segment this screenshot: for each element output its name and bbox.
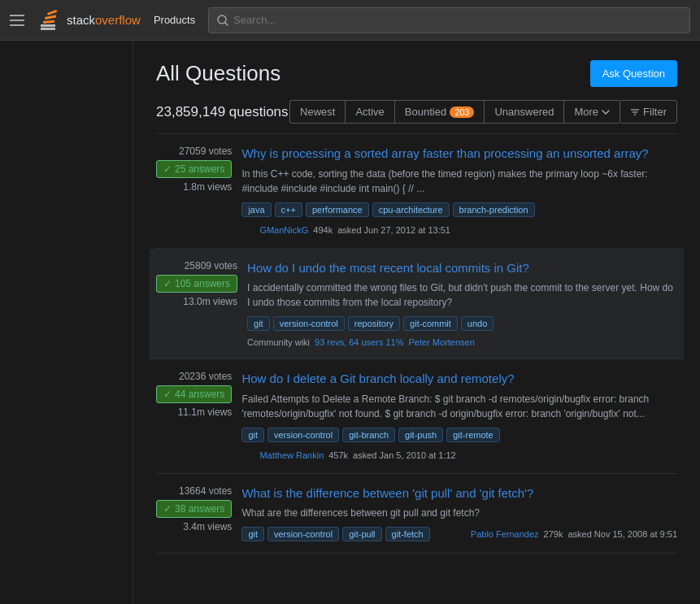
question-meta: Matthew Rankin 457k asked Jan 5, 2010 at… — [241, 449, 455, 462]
svg-rect-0 — [41, 24, 55, 27]
tag[interactable]: git-push — [398, 428, 443, 442]
user-rep: 279k — [544, 529, 563, 539]
tag[interactable]: version-control — [273, 316, 345, 331]
question-title[interactable]: Why is processing a sorted array faster … — [241, 146, 677, 162]
answer-count: ✓ 44 answers — [156, 385, 232, 403]
filter-tabs: Newest Active Bountied 203 Unanswered Mo… — [289, 100, 677, 124]
question-stats: 25809 votes ✓ 105 answers 13.0m views — [156, 260, 237, 348]
question-stats: 13664 votes ✓ 38 answers 3.4m views — [156, 485, 232, 542]
view-count: 1.8m views — [183, 181, 232, 193]
vote-count: 25809 votes — [185, 260, 237, 272]
user-link[interactable]: Matthew Rankin — [259, 450, 324, 460]
tag[interactable]: version-control — [267, 428, 339, 442]
search-bar[interactable] — [208, 7, 690, 33]
chevron-down-icon — [602, 110, 610, 115]
community-wiki-label: Community wiki — [247, 337, 310, 347]
tag[interactable]: git-remote — [446, 428, 500, 442]
tags-list: gitversion-controlgit-branchgit-pushgit-… — [241, 428, 499, 442]
main-container: All Questions Ask Question 23,859,149 qu… — [0, 41, 700, 604]
vote-count: 20236 votes — [179, 371, 232, 382]
tags-and-meta: gitversion-controlrepositorygit-commitun… — [247, 316, 677, 347]
tag[interactable]: java — [241, 202, 271, 217]
questions-count: 23,859,149 questions — [156, 104, 289, 120]
wiki-revs-link[interactable]: 93 revs, 64 users 11% — [315, 337, 403, 347]
filter-icon — [630, 107, 640, 117]
questions-list: 27059 votes ✓ 25 answers 1.8m views Why … — [156, 134, 677, 554]
svg-rect-2 — [43, 20, 54, 23]
tab-unanswered[interactable]: Unanswered — [484, 100, 563, 124]
tag[interactable]: performance — [306, 202, 369, 217]
tags-list: gitversion-controlrepositorygit-commitun… — [247, 316, 493, 331]
asked-date: asked Jan 5, 2010 at 1:12 — [353, 450, 456, 460]
question-item: 13664 votes ✓ 38 answers 3.4m views What… — [156, 474, 677, 554]
search-input[interactable] — [233, 14, 681, 26]
tab-bountied[interactable]: Bountied 203 — [394, 100, 485, 124]
question-excerpt: What are the differences between git pul… — [241, 506, 677, 520]
vote-count: 27059 votes — [179, 146, 232, 157]
logo-text: stackoverflow — [67, 13, 141, 27]
content-area: All Questions Ask Question 23,859,149 qu… — [133, 41, 700, 604]
tag[interactable]: version-control — [267, 527, 339, 541]
asked-date: asked Nov 15, 2008 at 9:51 — [567, 529, 677, 539]
user-link[interactable]: GManNickG — [259, 225, 308, 235]
tag[interactable]: git-commit — [403, 316, 458, 331]
tag[interactable]: undo — [461, 316, 493, 331]
question-title[interactable]: What is the difference between 'git pull… — [241, 485, 677, 502]
question-excerpt: In this C++ code, sorting the data (befo… — [241, 167, 677, 196]
bountied-count: 203 — [450, 106, 474, 118]
ask-question-button[interactable]: Ask Question — [590, 60, 677, 87]
tag[interactable]: git-branch — [342, 428, 395, 442]
vote-count: 13664 votes — [179, 485, 232, 497]
question-meta: Pablo Fernandez 279k asked Nov 15, 2008 … — [453, 528, 677, 541]
question-body: How do I delete a Git branch locally and… — [241, 371, 677, 462]
question-title[interactable]: How do I delete a Git branch locally and… — [241, 371, 677, 387]
checkmark-icon: ✓ — [163, 163, 172, 175]
logo[interactable]: stackoverflow — [37, 8, 141, 33]
tag[interactable]: git — [247, 316, 270, 331]
hamburger-menu[interactable] — [10, 15, 24, 26]
tab-active[interactable]: Active — [345, 100, 393, 124]
filter-row: 23,859,149 questions Newest Active Bount… — [156, 100, 677, 124]
question-excerpt: I accidentally committed the wrong files… — [247, 280, 677, 310]
question-meta: GManNickG 494k asked Jun 27, 2012 at 13:… — [241, 224, 450, 237]
tag[interactable]: git-pull — [342, 527, 381, 541]
question-title[interactable]: How do I undo the most recent local comm… — [247, 260, 677, 276]
question-body: What is the difference between 'git pull… — [241, 485, 677, 542]
tags-list: gitversion-controlgit-pullgit-fetch — [241, 527, 429, 541]
page-header: All Questions Ask Question — [156, 60, 677, 87]
question-item: 20236 votes ✓ 44 answers 11.1m views How… — [156, 359, 677, 474]
avatar — [453, 528, 466, 541]
avatar — [241, 224, 254, 237]
avatar — [241, 449, 254, 462]
question-stats: 27059 votes ✓ 25 answers 1.8m views — [156, 146, 232, 237]
top-navigation: stackoverflow Products — [0, 0, 700, 41]
user-link[interactable]: Pablo Fernandez — [471, 529, 539, 539]
tab-more[interactable]: More — [563, 100, 620, 124]
tag[interactable]: git-fetch — [385, 527, 430, 541]
svg-rect-4 — [47, 9, 57, 15]
question-meta: Community wiki 93 revs, 64 users 11% Pet… — [247, 337, 475, 347]
svg-rect-1 — [41, 28, 55, 30]
tags-and-meta: gitversion-controlgit-pullgit-fetch Pabl… — [241, 527, 677, 541]
tag[interactable]: repository — [348, 316, 400, 331]
checkmark-icon: ✓ — [163, 503, 172, 515]
question-item: 25809 votes ✓ 105 answers 13.0m views Ho… — [150, 249, 684, 360]
filter-button[interactable]: Filter — [620, 100, 677, 124]
tag[interactable]: git — [241, 428, 264, 442]
question-body: How do I undo the most recent local comm… — [247, 260, 677, 348]
tab-newest[interactable]: Newest — [289, 100, 345, 124]
tag[interactable]: cpu-architecture — [372, 202, 450, 217]
asked-date: asked Jun 27, 2012 at 13:51 — [337, 225, 450, 235]
user-rep: 494k — [313, 225, 333, 235]
answer-count: ✓ 25 answers — [156, 160, 232, 178]
tag[interactable]: c++ — [275, 202, 302, 217]
checkmark-icon: ✓ — [163, 389, 172, 400]
question-body: Why is processing a sorted array faster … — [241, 146, 677, 237]
question-excerpt: Failed Attempts to Delete a Remote Branc… — [241, 392, 677, 421]
checkmark-icon: ✓ — [163, 278, 172, 289]
products-nav[interactable]: Products — [154, 14, 195, 26]
tag[interactable]: branch-prediction — [453, 202, 535, 217]
question-item: 27059 votes ✓ 25 answers 1.8m views Why … — [156, 134, 677, 249]
tag[interactable]: git — [241, 527, 264, 541]
user-link[interactable]: Peter Mortensen — [409, 337, 475, 347]
